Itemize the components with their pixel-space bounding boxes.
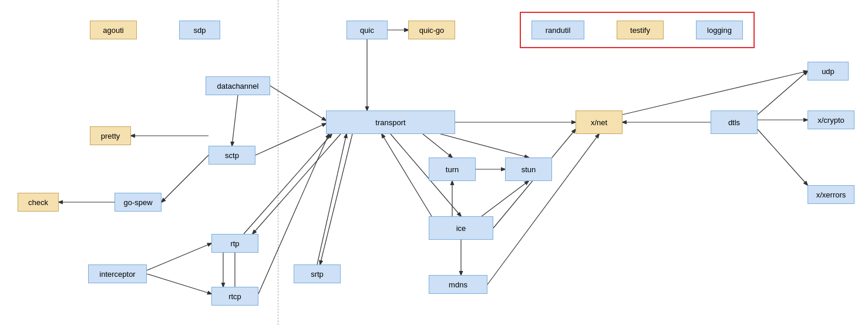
node-datachannel-label: datachannel [217, 82, 259, 91]
node-stun-label: stun [522, 165, 536, 174]
svg-line-11 [758, 129, 808, 185]
svg-line-12 [423, 134, 452, 158]
node-turn-label: turn [446, 165, 459, 174]
node-randutil-label: randutil [546, 26, 571, 35]
node-udp: udp [808, 62, 849, 81]
node-interceptor: interceptor [88, 264, 147, 283]
node-go-spew-label: go-spew [123, 198, 152, 207]
node-srtp: srtp [294, 264, 341, 283]
node-quic-label: quic [360, 26, 374, 35]
node-xnet: x/net [576, 110, 623, 134]
svg-line-16 [482, 181, 529, 216]
diagram: agouti sdp quic quic-go randutil testify… [0, 0, 868, 325]
node-transport: transport [326, 110, 455, 134]
node-xnet-label: x/net [591, 118, 607, 127]
node-ice-label: ice [456, 224, 466, 233]
svg-line-10 [758, 71, 808, 115]
svg-line-3 [270, 86, 326, 120]
node-interceptor-label: interceptor [99, 270, 135, 279]
svg-line-24 [253, 134, 341, 234]
node-rtp: rtp [211, 234, 258, 253]
svg-line-23 [317, 134, 346, 264]
node-rtcp-label: rtcp [228, 292, 241, 301]
node-go-spew: go-spew [115, 193, 162, 212]
node-sdp: sdp [179, 21, 220, 39]
node-check-label: check [28, 198, 48, 207]
node-sdp-label: sdp [194, 26, 206, 35]
node-check: check [18, 193, 59, 212]
node-rtp-label: rtp [230, 239, 239, 248]
node-xxerrors: x/xerrors [808, 185, 854, 204]
node-randutil: randutil [531, 21, 584, 39]
node-stun: stun [505, 158, 552, 181]
svg-line-27 [147, 274, 211, 294]
node-sctp-label: sctp [225, 151, 239, 160]
node-transport-label: transport [375, 118, 405, 127]
node-pretty-label: pretty [101, 132, 120, 140]
node-sctp: sctp [208, 146, 255, 165]
node-turn: turn [429, 158, 476, 181]
svg-line-22 [320, 134, 352, 264]
svg-line-25 [244, 134, 332, 234]
node-udp-label: udp [822, 67, 835, 76]
svg-line-21 [487, 134, 599, 284]
node-xxerrors-label: x/xerrors [816, 190, 846, 199]
node-dtls-label: dtls [728, 118, 740, 127]
node-logging: logging [696, 21, 743, 39]
node-agouti: agouti [90, 21, 137, 39]
svg-line-4 [232, 95, 238, 146]
node-dtls: dtls [711, 110, 758, 134]
node-testify-label: testify [630, 26, 650, 35]
svg-line-32 [162, 155, 208, 202]
dashed-separator [278, 0, 278, 325]
node-xcrypto: x/crypto [808, 110, 854, 129]
node-rtcp: rtcp [211, 287, 258, 306]
node-quic-go: quic-go [408, 21, 455, 39]
node-agouti-label: agouti [103, 26, 123, 35]
node-xcrypto-label: x/crypto [817, 116, 845, 125]
node-pretty: pretty [90, 126, 131, 145]
node-datachannel: datachannel [206, 76, 270, 95]
svg-line-18 [382, 134, 432, 216]
node-logging-label: logging [707, 26, 732, 35]
node-mdns: mdns [429, 275, 487, 294]
svg-line-26 [147, 243, 211, 270]
node-ice: ice [429, 216, 493, 240]
node-testify: testify [617, 21, 664, 39]
node-mdns-label: mdns [449, 280, 467, 289]
svg-line-33 [623, 71, 808, 115]
svg-line-6 [255, 123, 326, 155]
svg-line-14 [440, 134, 529, 158]
node-quic: quic [346, 21, 388, 39]
node-quic-go-label: quic-go [419, 26, 445, 35]
node-srtp-label: srtp [311, 270, 324, 279]
